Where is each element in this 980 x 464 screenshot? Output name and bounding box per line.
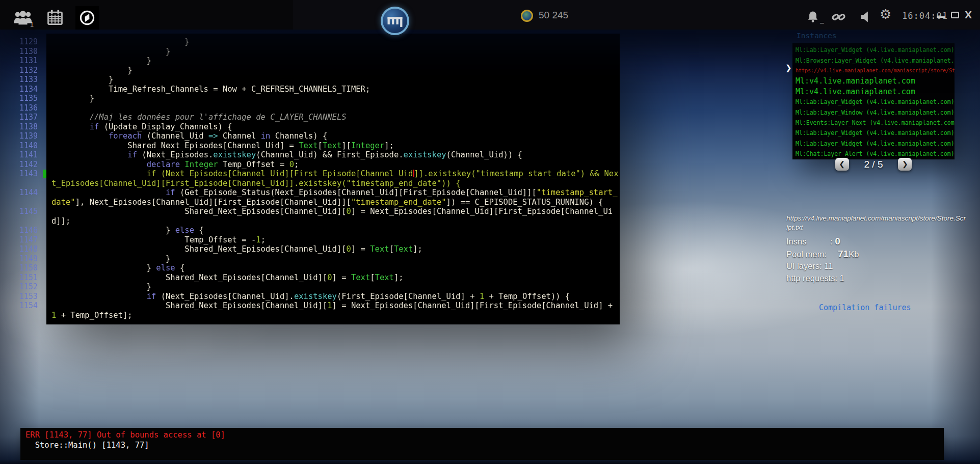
code-text: declare Integer Temp_Offset = 0; [46, 160, 620, 170]
line-number: 1150 [18, 263, 46, 273]
code-line: 1142 declare Integer Temp_Offset = 0; [18, 160, 620, 170]
notifications-button[interactable]: _ [806, 10, 824, 23]
instance-item[interactable]: Ml:v4.live.maniaplanet.com [792, 76, 955, 86]
compilation-failures-link[interactable]: Compilation failures [819, 303, 911, 312]
people-icon [13, 10, 33, 26]
error-console: ERR [1143, 77] Out of bounds access at [… [20, 428, 944, 460]
buddies-button[interactable]: 1 [11, 6, 35, 30]
code-line: 1141 if (Next_Episodes.existskey(Channel… [18, 150, 620, 160]
instance-item[interactable]: Ml:Browser:Layer_Widget (v4.live.maniapl… [792, 55, 955, 65]
code-line: 1150 } else { [18, 263, 620, 273]
code-text: } [46, 94, 620, 103]
code-text: } [46, 282, 620, 292]
instance-item[interactable]: Ml:Lab:Layer_Widget (v4.live.maniaplanet… [792, 139, 955, 149]
code-text: Shared_Next_Episodes[Channel_Uid][0] = T… [46, 244, 620, 254]
line-number: 1137 [18, 113, 46, 122]
line-number: 1130 [18, 47, 46, 57]
instance-item[interactable]: Ml:Lab:Layer_Widget (v4.live.maniaplanet… [792, 128, 955, 138]
prev-page-button[interactable]: ❮ [835, 158, 849, 171]
line-number: 1154 [18, 301, 46, 324]
code-line: 1136 [18, 103, 620, 113]
instance-item[interactable]: Ml:Lab:Layer_Window (v4.live.maniaplanet… [792, 107, 955, 117]
bell-icon [806, 10, 819, 23]
code-line: 1152 } [18, 282, 620, 292]
speaker-icon [859, 10, 871, 23]
code-line: 1138 if (Update_Display_Channels) { [18, 122, 620, 132]
calendar-icon [46, 9, 64, 27]
maniaplanet-logo[interactable] [381, 7, 409, 35]
code-line: 1149 } [18, 254, 620, 264]
instances-title: Instances [797, 32, 837, 40]
stat-row: UI layers: 11 [786, 260, 859, 272]
code-line: 1131 } [18, 56, 620, 66]
explore-button[interactable] [75, 6, 99, 30]
line-number: 1135 [18, 94, 46, 103]
code-line: 1137 //Maj les données pour l'affichage … [18, 113, 620, 122]
code-line: 1148 Shared_Next_Episodes[Channel_Uid][0… [18, 244, 620, 254]
line-number: 1134 [18, 85, 46, 94]
code-text: } else { [46, 226, 620, 235]
code-line: 1133 } [18, 75, 620, 85]
instance-item[interactable]: Ml:Events:Layer_Next (v4.live.maniaplane… [792, 118, 955, 128]
stat-row: Pool mem:71Kb [786, 248, 859, 261]
compass-icon [78, 9, 96, 27]
close-button[interactable]: X [965, 9, 972, 21]
sound-button[interactable] [859, 10, 871, 25]
planets-balance: 50 245 [539, 10, 568, 21]
page-indicator: 2 / 5 [864, 159, 883, 170]
line-number: 1139 [18, 131, 46, 141]
planet-coin-icon [521, 10, 533, 22]
settings-button[interactable]: ⚙ [880, 7, 891, 22]
code-text: Shared_Next_Episodes[Channel_Uid][0] = N… [46, 207, 620, 226]
code-text: } [46, 254, 620, 264]
line-number: 1140 [18, 141, 46, 151]
next-page-button[interactable]: ❯ [898, 158, 912, 171]
line-number: 1148 [18, 244, 46, 254]
line-number: 1132 [18, 66, 46, 75]
code-text: //Maj les données pour l'affichage de C_… [46, 113, 620, 122]
gear-icon: ⚙ [880, 7, 891, 22]
system-clock: 16:04:01 [902, 11, 948, 21]
line-number: 1145 [18, 207, 46, 226]
link-icon [832, 10, 846, 23]
line-number: 1146 [18, 226, 46, 235]
people-count-badge: 1 [30, 21, 34, 28]
line-number: 1153 [18, 292, 46, 302]
code-line: 1129 } [18, 34, 620, 47]
code-text: } [46, 75, 620, 85]
code-text: if (Next_Episodes[Channel_Uid].existskey… [46, 292, 620, 302]
code-line: 1146 } else { [18, 226, 620, 235]
line-number: 1144 [18, 188, 46, 207]
instance-item[interactable]: Ml:Lab:Layer_Widget (v4.live.maniaplanet… [792, 97, 955, 107]
console-error-line: ERR [1143, 77] Out of bounds access at [… [25, 430, 939, 441]
code-text: Shared_Next_Episodes[Channel_Uid][0] = T… [46, 273, 620, 283]
line-number: 1143 [18, 169, 46, 188]
minimize-button[interactable] [937, 16, 945, 18]
line-number: 1133 [18, 75, 46, 85]
instance-item[interactable]: Ml:Lab:Layer_Widget (v4.live.maniaplanet… [792, 45, 955, 55]
code-line: 1132 } [18, 66, 620, 75]
link-button[interactable] [832, 10, 846, 25]
code-text: Shared_Next_Episodes[Channel_Uid] = Text… [46, 141, 620, 151]
code-text: if (Update_Display_Channels) { [46, 122, 620, 132]
bell-badge: _ [820, 16, 824, 23]
code-line: 1139 foreach (Channel_Uid => Channel in … [18, 131, 620, 141]
code-line: 1151 Shared_Next_Episodes[Channel_Uid][0… [18, 273, 620, 283]
code-line: 1135 } [18, 94, 620, 103]
instances-pagination: ❮ 2 / 5 ❯ [792, 158, 955, 171]
line-number: 1136 [18, 103, 46, 113]
code-line: 1145 Shared_Next_Episodes[Channel_Uid][0… [18, 207, 620, 226]
line-number: 1149 [18, 254, 46, 264]
calendar-button[interactable] [43, 6, 67, 30]
instance-item-selected[interactable]: https://v4.live.maniaplanet.com/maniascr… [792, 66, 955, 76]
maximize-button[interactable] [951, 12, 959, 18]
code-text: Time_Refresh_Channels = Now + C_REFRESH_… [46, 85, 620, 94]
line-number: 1141 [18, 150, 46, 160]
code-line: 1144 if (Get_Episode_Status(Next_Episode… [18, 188, 620, 207]
line-number: 1152 [18, 282, 46, 292]
script-editor: 1129 }1130 }1131 }1132 }1133 }1134 Time_… [18, 34, 620, 324]
console-stack-line: Store::Main() [1143, 77] [25, 441, 939, 451]
stat-row: Insns: 0 [786, 235, 859, 248]
code-line: 1147 Temp_Offset = -1; [18, 235, 620, 245]
instance-item[interactable]: Ml:v4.live.maniaplanet.com [792, 87, 955, 97]
